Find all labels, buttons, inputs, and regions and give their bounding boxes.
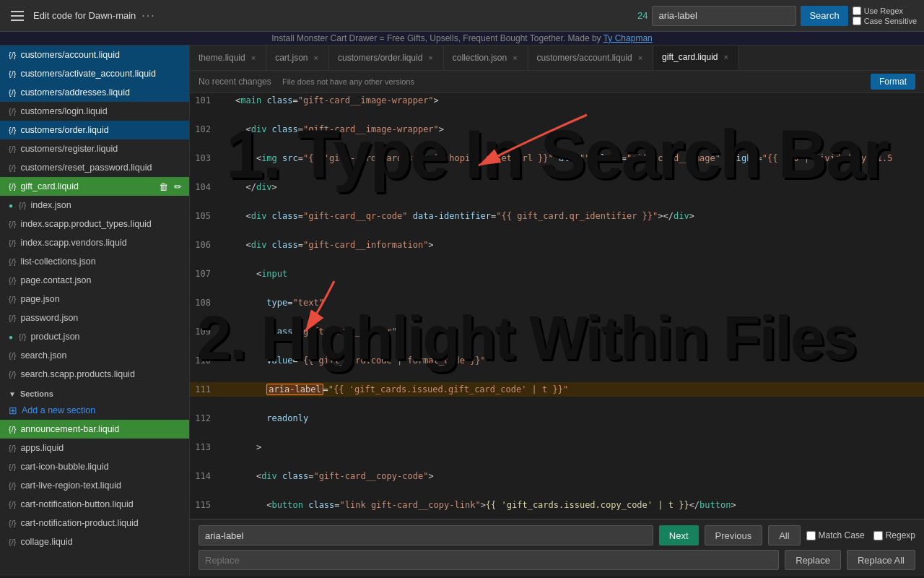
sidebar-item-list-collections[interactable]: {/} list-collections.json — [0, 252, 189, 271]
banner: Install Monster Cart Drawer = Free Gifts… — [0, 32, 924, 46]
sections-header[interactable]: ▼ Sections — [0, 384, 189, 401]
sidebar-item-search-json[interactable]: {/} search.json — [0, 346, 189, 365]
sidebar-item-page-json[interactable]: {/} page.json — [0, 290, 189, 309]
regexp-label: Regexp — [886, 530, 915, 540]
sidebar-item-cart-notification-product[interactable]: {/} cart-notification-product.liquid — [0, 514, 189, 532]
file-icon: {/} — [9, 314, 16, 322]
sidebar-item-addresses[interactable]: {/} customers/addresses.liquid — [0, 83, 189, 102]
sidebar-item-announcement-bar[interactable]: {/} announcement-bar.liquid — [0, 420, 189, 439]
code-area[interactable]: 101 <main class="gift-card__image-wrappe… — [190, 93, 924, 519]
replace-all-button[interactable]: Replace All — [847, 550, 915, 570]
file-icon: {/} — [9, 500, 16, 509]
use-regex-option[interactable]: Use Regex — [853, 7, 917, 15]
next-button[interactable]: Next — [659, 525, 699, 545]
tab-close-icon[interactable]: × — [511, 53, 518, 62]
sidebar-item-label: index.json — [30, 200, 183, 210]
tab-close-icon[interactable]: × — [427, 53, 434, 62]
status-text: No recent changes — [199, 77, 271, 87]
match-case-label: Match Case — [819, 530, 865, 540]
file-icon: {/} — [19, 201, 26, 210]
search-button[interactable]: Search — [801, 6, 847, 26]
sidebar-item-index-json[interactable]: ● {/} index.json — [0, 196, 189, 215]
sidebar-toggle[interactable] — [7, 6, 27, 26]
sidebar-item-search-scapp[interactable]: {/} search.scapp.products.liquid — [0, 365, 189, 384]
search-count: 24 — [630, 10, 648, 21]
tab-close-icon[interactable]: × — [723, 53, 730, 61]
file-icon: {/} — [9, 69, 16, 78]
replace-input[interactable] — [199, 550, 779, 570]
tab-theme-liquid[interactable]: theme.liquid × — [190, 46, 266, 70]
sidebar-item-index-vendors[interactable]: {/} index.scapp.vendors.liquid — [0, 233, 189, 252]
sidebar-item-actions: 🗑 ✏ — [157, 181, 183, 192]
sidebar-item-label: page.json — [20, 294, 183, 304]
file-icon: {/} — [9, 163, 16, 172]
sidebar-item-label: customers/login.liquid — [20, 106, 183, 116]
tab-close-icon[interactable]: × — [250, 53, 257, 62]
delete-button[interactable]: 🗑 — [157, 181, 170, 192]
use-regex-checkbox[interactable] — [853, 7, 861, 15]
file-icon: {/} — [9, 425, 16, 434]
sidebar-item-label: customers/reset_password.liquid — [20, 163, 183, 173]
match-case-option[interactable]: Match Case — [806, 530, 865, 540]
tab-cart-json[interactable]: cart.json × — [266, 46, 329, 70]
tab-label: customers/account.liquid — [537, 53, 632, 63]
sidebar-item-index-product[interactable]: {/} index.scapp.product_types.liquid — [0, 215, 189, 233]
sidebar-item-cart-icon-bubble[interactable]: {/} cart-icon-bubble.liquid — [0, 457, 189, 476]
previous-button[interactable]: Previous — [705, 525, 763, 545]
code-line: 107 <input — [190, 267, 924, 281]
sidebar-item-register[interactable]: {/} customers/register.liquid — [0, 139, 189, 158]
file-icon: {/} — [9, 276, 16, 285]
sidebar-item-gift-card[interactable]: {/} gift_card.liquid 🗑 ✏ — [0, 177, 189, 196]
sidebar-item-apps[interactable]: {/} apps.liquid — [0, 439, 189, 457]
banner-user-link[interactable]: Ty Chapman — [603, 33, 653, 43]
code-line: 108 type="text" — [190, 296, 924, 310]
code-line: 112 readonly — [190, 411, 924, 426]
file-status-text: File does not have any other versions — [282, 77, 414, 86]
sidebar-item-product-json[interactable]: ● {/} product.json — [0, 327, 189, 346]
regexp-option[interactable]: Regexp — [873, 530, 915, 540]
sidebar-item-password[interactable]: {/} password.json — [0, 309, 189, 327]
editor-area: theme.liquid × cart.json × customers/ord… — [190, 46, 924, 576]
regexp-checkbox[interactable] — [873, 531, 883, 540]
file-icon: {/} — [9, 462, 16, 471]
top-bar-left: Edit code for Dawn-main ··· — [7, 6, 156, 26]
sidebar-item-page-contact[interactable]: {/} page.contact.json — [0, 271, 189, 290]
file-icon: {/} — [9, 107, 16, 116]
sidebar-item-cart-notification-button[interactable]: {/} cart-notification-button.liquid — [0, 495, 189, 514]
find-input[interactable] — [199, 525, 653, 545]
file-icon: {/} — [9, 88, 16, 97]
svg-rect-1 — [11, 15, 24, 17]
replace-button[interactable]: Replace — [785, 550, 841, 570]
sidebar-item-customers-account[interactable]: {/} customers/account.liquid — [0, 46, 189, 64]
code-line: 102 <div class="gift-card__image-wrapper… — [190, 122, 924, 137]
file-icon: {/} — [19, 332, 26, 341]
search-input-top[interactable] — [652, 6, 796, 26]
tab-label: customers/order.liquid — [338, 53, 422, 63]
sidebar-item-collage[interactable]: {/} collage.liquid — [0, 532, 189, 551]
tab-collection-json[interactable]: collection.json × — [444, 46, 528, 70]
all-button[interactable]: All — [768, 525, 800, 545]
add-section-item[interactable]: ⊞ Add a new section — [0, 401, 189, 420]
format-button[interactable]: Format — [871, 74, 915, 90]
sidebar-item-label: cart-live-region-text.liquid — [20, 480, 183, 491]
sidebar-item-cart-live-region[interactable]: {/} cart-live-region-text.liquid — [0, 476, 189, 495]
code-line: 110 value="{{ gift_card.code | format_co… — [190, 353, 924, 368]
match-case-checkbox[interactable] — [806, 531, 816, 540]
sidebar-item-login[interactable]: {/} customers/login.liquid — [0, 102, 189, 121]
tab-customers-order[interactable]: customers/order.liquid × — [329, 46, 444, 70]
edit-button[interactable]: ✏ — [173, 181, 183, 192]
more-options-button[interactable]: ··· — [141, 9, 155, 22]
sidebar-item-order[interactable]: {/} customers/order.liquid — [0, 121, 189, 139]
code-line: 113 > — [190, 440, 924, 454]
tab-close-icon[interactable]: × — [637, 53, 644, 62]
tab-gift-card[interactable]: gift_card.liquid × — [653, 46, 739, 70]
tab-customers-account[interactable]: customers/account.liquid × — [528, 46, 654, 70]
sidebar-item-activate-account[interactable]: {/} customers/activate_account.liquid — [0, 64, 189, 83]
find-options: Match Case Regexp — [806, 530, 915, 540]
file-icon: {/} — [9, 238, 16, 247]
case-sensitive-option[interactable]: Case Sensitive — [853, 17, 917, 25]
tab-close-icon[interactable]: × — [313, 53, 320, 62]
sidebar-item-label: collage.liquid — [20, 537, 183, 547]
sidebar-item-reset[interactable]: {/} customers/reset_password.liquid — [0, 158, 189, 177]
case-sensitive-checkbox[interactable] — [853, 17, 861, 25]
